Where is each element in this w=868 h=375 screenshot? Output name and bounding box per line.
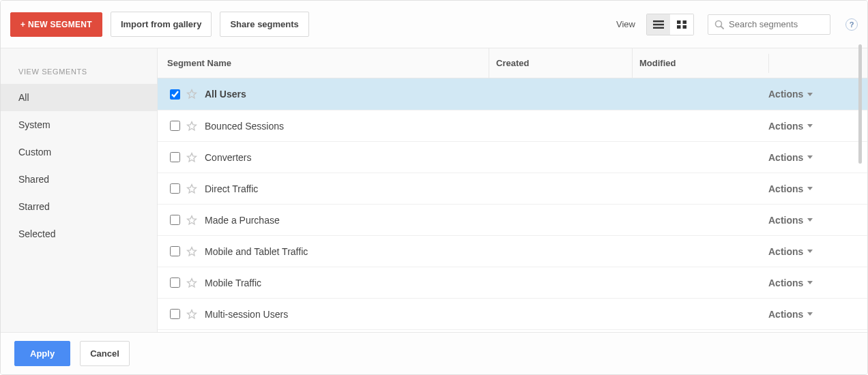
- chevron-down-icon: [807, 250, 813, 253]
- share-segments-button[interactable]: Share segments: [220, 12, 308, 37]
- col-created[interactable]: Created: [489, 48, 632, 78]
- svg-rect-6: [683, 25, 687, 29]
- svg-rect-4: [683, 20, 687, 24]
- star-icon[interactable]: [186, 120, 198, 132]
- segment-name: Mobile Traffic: [205, 278, 768, 288]
- table-row[interactable]: All UsersActions: [158, 78, 867, 110]
- chevron-down-icon: [807, 93, 813, 96]
- segment-name: Converters: [205, 152, 768, 163]
- body: VIEW SEGMENTS AllSystemCustomSharedStarr…: [1, 48, 867, 332]
- table-body: All UsersActionsBounced SessionsActionsC…: [158, 78, 867, 332]
- scrollbar[interactable]: [858, 44, 862, 164]
- table-header: Segment Name Created Modified: [158, 48, 867, 78]
- sidebar-item-all[interactable]: All: [1, 84, 157, 111]
- segment-name: Made a Purchase: [205, 215, 768, 226]
- chevron-down-icon: [807, 155, 813, 159]
- apply-button[interactable]: Apply: [14, 341, 70, 366]
- table-row[interactable]: Mobile and Tablet TrafficActions: [158, 235, 867, 267]
- chevron-down-icon: [807, 218, 813, 222]
- search-input[interactable]: [708, 14, 830, 35]
- segments-panel: + NEW SEGMENT Import from gallery Share …: [0, 0, 868, 375]
- svg-rect-2: [653, 27, 664, 28]
- row-checkbox[interactable]: [170, 152, 180, 162]
- star-icon[interactable]: [186, 245, 198, 258]
- chevron-down-icon: [807, 281, 813, 284]
- actions-label: Actions: [768, 309, 803, 320]
- sidebar-heading: VIEW SEGMENTS: [1, 61, 157, 84]
- actions-dropdown[interactable]: Actions: [768, 89, 858, 100]
- table-row[interactable]: Multi-session UsersActions: [158, 298, 867, 329]
- row-checkbox[interactable]: [170, 215, 180, 225]
- star-icon[interactable]: [186, 308, 198, 320]
- actions-label: Actions: [768, 121, 803, 132]
- toolbar: + NEW SEGMENT Import from gallery Share …: [1, 1, 867, 48]
- actions-label: Actions: [768, 183, 803, 194]
- grid-icon: [677, 20, 686, 29]
- actions-label: Actions: [768, 278, 803, 288]
- actions-dropdown[interactable]: Actions: [768, 309, 858, 320]
- actions-dropdown[interactable]: Actions: [768, 183, 858, 194]
- star-icon[interactable]: [186, 277, 198, 289]
- actions-label: Actions: [768, 152, 803, 163]
- main: Segment Name Created Modified All UsersA…: [158, 48, 867, 332]
- view-list-button[interactable]: [647, 14, 670, 35]
- col-modified[interactable]: Modified: [632, 48, 768, 78]
- table-row[interactable]: Made a PurchaseActions: [158, 204, 867, 235]
- actions-label: Actions: [768, 215, 803, 226]
- svg-rect-3: [677, 20, 681, 24]
- sidebar-item-custom[interactable]: Custom: [1, 138, 157, 166]
- chevron-down-icon: [807, 187, 813, 190]
- table-row[interactable]: Bounced SessionsActions: [158, 110, 867, 141]
- sidebar-item-starred[interactable]: Starred: [1, 193, 157, 220]
- row-checkbox[interactable]: [170, 246, 180, 256]
- row-checkbox[interactable]: [170, 278, 180, 288]
- actions-dropdown[interactable]: Actions: [768, 246, 858, 257]
- sidebar-item-shared[interactable]: Shared: [1, 166, 157, 193]
- segment-name: Mobile and Tablet Traffic: [205, 246, 768, 257]
- star-icon[interactable]: [186, 214, 198, 226]
- actions-dropdown[interactable]: Actions: [768, 215, 858, 226]
- segment-name: Multi-session Users: [205, 309, 768, 320]
- actions-dropdown[interactable]: Actions: [768, 152, 858, 163]
- table-row[interactable]: ConvertersActions: [158, 141, 867, 172]
- actions-dropdown[interactable]: Actions: [768, 121, 858, 132]
- table-row[interactable]: Direct TrafficActions: [158, 172, 867, 204]
- row-checkbox[interactable]: [170, 183, 180, 194]
- row-checkbox[interactable]: [170, 121, 180, 131]
- actions-dropdown[interactable]: Actions: [768, 278, 858, 288]
- star-icon[interactable]: [186, 88, 198, 100]
- svg-rect-5: [677, 25, 681, 29]
- segment-name: All Users: [205, 89, 768, 100]
- actions-label: Actions: [768, 246, 803, 257]
- search-wrap: [708, 14, 830, 35]
- view-toggle: [646, 14, 694, 35]
- star-icon[interactable]: [186, 183, 198, 195]
- view-label: View: [616, 19, 635, 29]
- new-segment-button[interactable]: + NEW SEGMENT: [10, 12, 102, 37]
- star-icon[interactable]: [186, 151, 198, 164]
- chevron-down-icon: [807, 124, 813, 127]
- row-checkbox[interactable]: [170, 89, 180, 100]
- col-actions: [768, 54, 867, 73]
- actions-label: Actions: [768, 89, 803, 100]
- table-row[interactable]: Mobile TrafficActions: [158, 267, 867, 298]
- sidebar-item-selected[interactable]: Selected: [1, 220, 157, 247]
- col-segment-name[interactable]: Segment Name: [158, 48, 489, 78]
- segment-name: Bounced Sessions: [205, 121, 768, 132]
- sidebar-item-system[interactable]: System: [1, 111, 157, 138]
- chevron-down-icon: [807, 312, 813, 316]
- import-from-gallery-button[interactable]: Import from gallery: [111, 12, 212, 37]
- sidebar: VIEW SEGMENTS AllSystemCustomSharedStarr…: [1, 48, 158, 332]
- row-checkbox[interactable]: [170, 309, 180, 319]
- segment-name: Direct Traffic: [205, 183, 768, 194]
- list-icon: [653, 20, 664, 29]
- svg-rect-1: [653, 23, 664, 25]
- help-button[interactable]: ?: [845, 18, 858, 31]
- view-grid-button[interactable]: [670, 14, 693, 35]
- svg-rect-0: [653, 20, 664, 22]
- footer: Apply Cancel: [1, 332, 867, 374]
- cancel-button[interactable]: Cancel: [80, 341, 130, 366]
